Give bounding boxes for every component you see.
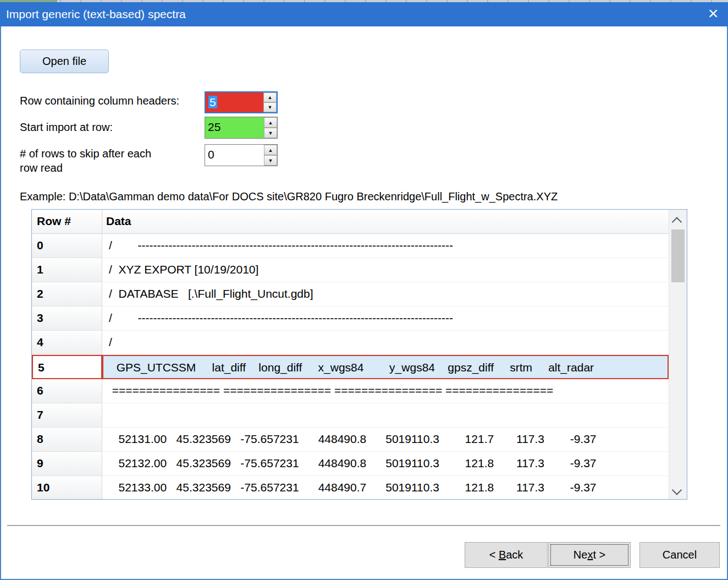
table-body: 0 / ------------------------------------… (32, 234, 669, 499)
dialog-title: Import generic (text-based) spectra (6, 8, 186, 20)
row-number-cell[interactable]: 2 (32, 282, 102, 307)
header-row-input[interactable]: 5 (206, 92, 263, 112)
row-number-cell[interactable]: 7 (32, 403, 102, 428)
spin-down-icon: ▼ (268, 158, 273, 163)
next-label-rest: t > (593, 549, 605, 561)
spin-up-button[interactable]: ▲ (263, 92, 277, 102)
back-button[interactable]: < Back (465, 542, 548, 568)
scroll-up-icon[interactable] (672, 217, 682, 227)
spin-down-button[interactable]: ▼ (264, 155, 277, 166)
table-row[interactable]: 1 / XYZ EXPORT [10/19/2010] (32, 258, 669, 282)
column-header-data: Data (102, 210, 669, 233)
row-number-cell[interactable]: 6 (32, 379, 102, 403)
preview-table-grid: Row # Data 0 / -------------------------… (32, 210, 669, 499)
table-row[interactable]: 0 / ------------------------------------… (32, 234, 669, 258)
table-row[interactable]: 6 ================ ================ ====… (32, 379, 669, 403)
row-data-cell[interactable]: / DATABASE [.\Full_Flight_Uncut.gdb] (102, 282, 669, 307)
row-number-cell[interactable]: 0 (32, 234, 102, 258)
close-button[interactable]: × (699, 2, 727, 26)
table-row[interactable]: 4 / (32, 331, 669, 355)
row-data-cell[interactable]: 52133.00 45.323569 -75.657231 448490.7 5… (102, 476, 669, 499)
header-row-label: Row containing column headers: (20, 94, 179, 108)
next-button[interactable]: Next > (548, 542, 631, 568)
spin-down-icon: ▼ (268, 130, 273, 136)
table-row[interactable]: 2 / DATABASE [.\Full_Flight_Uncut.gdb] (32, 282, 669, 307)
scroll-down-icon[interactable] (672, 485, 682, 495)
spin-up-button[interactable]: ▲ (264, 117, 277, 128)
table-header-row: Row # Data (32, 210, 669, 234)
row-data-cell[interactable]: / (102, 331, 669, 355)
table-row[interactable]: 7 (32, 403, 669, 428)
next-access-key: x (587, 549, 593, 561)
close-icon: × (708, 3, 719, 23)
back-label: < (489, 549, 499, 561)
table-row[interactable]: 5 GPS_UTCSSM lat_diff long_diff x_wgs84 … (32, 355, 669, 379)
row-data-cell[interactable]: / XYZ EXPORT [10/19/2010] (102, 258, 669, 282)
row-data-cell[interactable]: / --------------------------------------… (102, 234, 669, 258)
skip-rows-spin-buttons: ▲ ▼ (264, 145, 277, 166)
row-data-cell[interactable]: 52131.00 45.323569 -75.657231 448490.8 5… (102, 428, 669, 452)
footer-separator (7, 525, 720, 526)
row-number-cell[interactable]: 5 (32, 355, 102, 379)
cancel-button[interactable]: Cancel (639, 542, 720, 568)
table-scrollbar[interactable] (669, 210, 687, 499)
table-row[interactable]: 3 / ------------------------------------… (32, 307, 669, 331)
start-row-value: 25 (208, 121, 220, 133)
row-data-cell[interactable] (102, 403, 669, 428)
row-number-cell[interactable]: 8 (32, 428, 102, 452)
spin-down-icon: ▼ (268, 105, 273, 110)
spin-down-button[interactable]: ▼ (263, 102, 277, 112)
table-row[interactable]: 10 52133.00 45.323569 -75.657231 448490.… (32, 476, 669, 499)
row-number-cell[interactable]: 9 (32, 452, 102, 476)
header-row-value: 5 (208, 96, 217, 108)
start-row-spin-buttons: ▲ ▼ (264, 117, 277, 138)
row-number-cell[interactable]: 1 (32, 258, 102, 282)
row-number-cell[interactable]: 3 (32, 307, 102, 331)
row-number-cell[interactable]: 10 (32, 476, 102, 499)
skip-rows-input[interactable]: 0 (205, 145, 264, 166)
open-file-button[interactable]: Open file (20, 50, 109, 73)
start-row-spinbox[interactable]: 25 ▲ ▼ (205, 117, 278, 139)
example-path-label: Example: D:\Data\Gamman demo data\For DO… (20, 190, 558, 203)
preview-table: Row # Data 0 / -------------------------… (31, 209, 687, 500)
table-row[interactable]: 8 52131.00 45.323569 -75.657231 448490.8… (32, 428, 669, 452)
column-header-row-number: Row # (32, 210, 102, 233)
row-data-cell[interactable]: ================ ================ ======… (102, 379, 669, 403)
header-row-spin-buttons: ▲ ▼ (263, 92, 277, 112)
row-number-cell[interactable]: 4 (32, 331, 102, 355)
next-label: Ne (573, 549, 588, 561)
scrollbar-thumb[interactable] (671, 229, 685, 282)
spin-up-icon: ▲ (268, 120, 273, 125)
cancel-label: Cancel (663, 549, 697, 561)
spin-down-button[interactable]: ▼ (264, 128, 277, 138)
row-data-cell[interactable]: GPS_UTCSSM lat_diff long_diff x_wgs84 y_… (102, 355, 669, 379)
header-row-spinbox[interactable]: 5 ▲ ▼ (205, 91, 278, 113)
back-access-key: B (499, 549, 506, 561)
row-data-cell[interactable]: 52132.00 45.323569 -75.657231 448490.8 5… (102, 452, 669, 476)
table-row[interactable]: 9 52132.00 45.323569 -75.657231 448490.8… (32, 452, 669, 476)
spin-up-button[interactable]: ▲ (264, 145, 277, 155)
start-row-input[interactable]: 25 (205, 117, 264, 138)
skip-rows-label: # of rows to skip after each row read (20, 146, 151, 175)
back-label-rest: ack (506, 549, 523, 561)
spin-up-icon: ▲ (268, 147, 273, 153)
dialog-titlebar[interactable]: Import generic (text-based) spectra (0, 2, 728, 26)
skip-rows-spinbox[interactable]: 0 ▲ ▼ (205, 144, 278, 166)
row-data-cell[interactable]: / --------------------------------------… (102, 307, 669, 331)
skip-rows-value: 0 (208, 148, 214, 161)
start-row-label: Start import at row: (20, 120, 113, 134)
open-file-label: Open file (42, 55, 86, 67)
spin-up-icon: ▲ (268, 95, 273, 100)
